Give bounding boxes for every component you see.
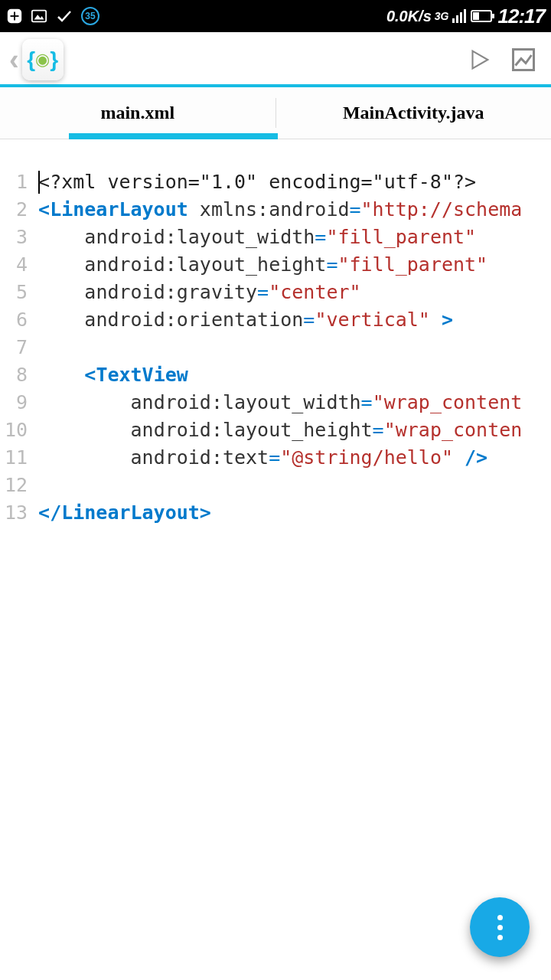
- app-logo-icon[interactable]: {◉}: [22, 39, 64, 80]
- code-eq: =: [350, 198, 361, 220]
- status-left-group: 35: [6, 7, 99, 25]
- code-str: "@string/hello": [280, 446, 453, 469]
- line-number: 2: [16, 198, 28, 220]
- code-attr: android:layout_width: [84, 226, 315, 248]
- code-attr: android:gravity: [84, 281, 257, 303]
- circle-badge-icon: 35: [81, 7, 99, 25]
- line-number: 9: [16, 391, 28, 413]
- line-number: 5: [16, 281, 28, 303]
- image-icon: [31, 8, 47, 24]
- line-number: 11: [5, 446, 28, 469]
- code-eq: =: [269, 446, 280, 469]
- battery-icon: [471, 10, 495, 22]
- svg-rect-11: [492, 14, 494, 18]
- line-number: 8: [16, 364, 28, 386]
- code-eq: =: [326, 253, 337, 276]
- checkmark-icon: [55, 7, 73, 25]
- code-attr: android:text: [131, 446, 269, 469]
- app-toolbar: ‹ {◉}: [0, 35, 551, 87]
- code-attr: xmlns:android: [188, 198, 350, 220]
- line-number: 10: [5, 419, 28, 441]
- code-tag: <TextView: [84, 364, 187, 386]
- code-eq: =: [257, 281, 269, 303]
- svg-rect-7: [460, 12, 462, 23]
- svg-marker-12: [473, 51, 488, 69]
- code-punct: />: [453, 446, 487, 469]
- svg-rect-5: [452, 18, 455, 23]
- code-eq: =: [315, 226, 326, 248]
- plus-icon: [6, 8, 23, 24]
- svg-rect-6: [456, 15, 458, 23]
- line-number: 12: [5, 474, 28, 496]
- code-tag: <LinearLayout: [38, 198, 188, 220]
- code-str: "fill_parent": [337, 253, 487, 276]
- status-right-group: 0.0K/s 3G 12:17: [386, 5, 545, 28]
- line-number: 13: [5, 501, 28, 524]
- code-str: "fill_parent": [326, 226, 476, 248]
- code-editor[interactable]: 1 2 3 4 5 6 7 8 9 10 11 12 13 <?xml vers…: [0, 139, 551, 527]
- tab-label: main.xml: [100, 103, 174, 123]
- code-attr: android:orientation: [84, 309, 303, 331]
- android-status-bar: 35 0.0K/s 3G 12:17: [0, 0, 551, 32]
- fab-more-button[interactable]: [470, 897, 530, 957]
- code-str: "center": [269, 281, 360, 303]
- line-number: 3: [16, 226, 28, 248]
- network-speed: 0.0K/s: [386, 8, 432, 25]
- code-eq: =: [303, 309, 315, 331]
- back-chevron-icon[interactable]: ‹: [9, 44, 19, 77]
- code-line: <?xml version="1.0" encoding="utf-8"?>: [38, 171, 476, 193]
- tab-main-xml[interactable]: main.xml: [0, 87, 276, 139]
- svg-rect-10: [473, 12, 479, 20]
- line-number: 6: [16, 309, 28, 331]
- code-str: "wrap_conten: [384, 419, 523, 441]
- code-punct: >: [430, 309, 453, 331]
- clock: 12:17: [498, 5, 546, 28]
- network-type: 3G: [435, 10, 449, 22]
- code-attr: android:layout_height: [131, 419, 373, 441]
- code-attr: android:layout_height: [84, 253, 326, 276]
- line-number: 1: [16, 171, 28, 193]
- code-str: "vertical": [315, 309, 430, 331]
- line-number: 7: [16, 336, 28, 358]
- tab-label: MainActivity.java: [343, 103, 484, 123]
- code-content[interactable]: <?xml version="1.0" encoding="utf-8"?> <…: [34, 139, 522, 527]
- svg-marker-4: [34, 15, 44, 19]
- svg-rect-3: [32, 11, 46, 22]
- code-eq: =: [361, 391, 373, 413]
- svg-rect-2: [11, 15, 19, 17]
- picture-icon: [510, 46, 537, 74]
- tab-main-activity[interactable]: MainActivity.java: [276, 87, 552, 139]
- code-str: "wrap_content: [373, 391, 523, 413]
- svg-rect-8: [464, 9, 466, 23]
- design-view-button[interactable]: [505, 41, 542, 78]
- file-tabs: main.xml MainActivity.java: [0, 87, 551, 139]
- line-number: 4: [16, 253, 28, 276]
- line-gutter: 1 2 3 4 5 6 7 8 9 10 11 12 13: [0, 139, 34, 527]
- code-str: "http://schema: [361, 198, 523, 220]
- code-attr: android:layout_width: [131, 391, 361, 413]
- signal-icon: [452, 9, 468, 23]
- play-icon: [466, 47, 492, 73]
- code-tag: </LinearLayout>: [38, 501, 211, 524]
- more-vertical-icon: [497, 915, 503, 940]
- code-eq: =: [373, 419, 384, 441]
- run-button[interactable]: [461, 41, 497, 78]
